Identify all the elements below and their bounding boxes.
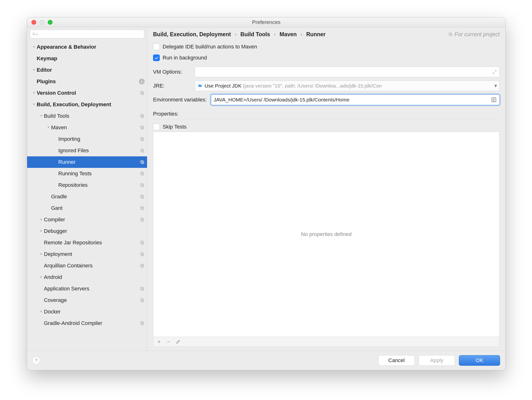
tree-item-android[interactable]: Android	[27, 272, 147, 283]
run-background-checkbox[interactable]	[153, 54, 160, 61]
jre-dropdown[interactable]: Use Project JDK (java version "15", path…	[195, 81, 500, 91]
svg-rect-37	[449, 33, 451, 35]
svg-rect-5	[140, 114, 143, 117]
ok-button[interactable]: OK	[459, 355, 500, 366]
svg-rect-14	[141, 173, 144, 175]
chevron-right-icon[interactable]	[32, 45, 37, 49]
delegate-checkbox[interactable]	[153, 43, 160, 50]
tree-item-remote-jar-repositories[interactable]: Remote Jar Repositories	[27, 237, 147, 248]
tree-item-running-tests[interactable]: Running Tests	[27, 168, 147, 179]
chevron-right-icon[interactable]	[39, 229, 44, 233]
help-button[interactable]: ?	[32, 357, 40, 364]
chevron-right-icon[interactable]	[32, 68, 37, 72]
chevron-down-icon[interactable]	[32, 103, 37, 107]
crumb-1[interactable]: Build, Execution, Deployment	[153, 31, 231, 38]
chevron-down-icon[interactable]	[39, 114, 44, 118]
window-title: Preferences	[27, 19, 505, 25]
svg-rect-13	[140, 160, 143, 163]
tree-item-docker[interactable]: Docker	[27, 306, 147, 317]
chevron-right-icon[interactable]	[39, 310, 44, 314]
env-variables-input[interactable]: JAVA_HOME=/Users/ /Downloads/jdk-15.jdk/…	[211, 95, 500, 105]
tree-item-label: Debugger	[44, 228, 145, 234]
skip-tests-checkbox[interactable]	[153, 123, 160, 130]
project-scope-icon	[140, 217, 145, 222]
svg-rect-2	[141, 92, 144, 95]
skip-tests-label: Skip Tests	[163, 124, 187, 130]
dialog-footer: ? Cancel Apply OK	[27, 351, 505, 370]
svg-rect-21	[140, 206, 143, 209]
project-scope-icon	[140, 252, 145, 257]
tree-item-label: Keymap	[37, 55, 145, 62]
properties-toolbar	[153, 337, 499, 347]
tree-item-label: Coverage	[44, 297, 138, 303]
tree-item-debugger[interactable]: Debugger	[27, 225, 147, 237]
run-background-checkbox-row[interactable]: Run in background	[153, 52, 500, 63]
tree-item-keymap[interactable]: Keymap	[27, 53, 147, 64]
project-scope-icon	[140, 148, 145, 153]
edit-icon[interactable]	[176, 339, 181, 344]
tree-item-arquillian-containers[interactable]: Arquillian Containers	[27, 260, 147, 272]
project-scope-indicator: For current project	[448, 31, 500, 38]
tree-item-appearance-behavior[interactable]: Appearance & Behavior	[27, 41, 147, 53]
add-icon[interactable]	[157, 339, 161, 344]
svg-rect-25	[140, 241, 143, 243]
search-input[interactable]: ▾	[30, 30, 144, 38]
properties-empty-label: No properties defined	[153, 132, 499, 337]
tree-item-application-servers[interactable]: Application Servers	[27, 283, 147, 294]
svg-rect-30	[141, 288, 144, 290]
tree-item-repositories[interactable]: Repositories	[27, 179, 147, 191]
tree-item-label: Importing	[58, 136, 138, 142]
tree-item-editor[interactable]: Editor	[27, 64, 147, 76]
delegate-checkbox-row[interactable]: Delegate IDE build/run actions to Maven	[153, 41, 500, 52]
tree-item-build-execution-deployment[interactable]: Build, Execution, Deployment	[27, 99, 147, 110]
window-minimize-button[interactable]	[40, 20, 44, 25]
chevron-right-icon[interactable]	[32, 91, 37, 95]
project-scope-icon	[140, 160, 145, 165]
crumb-2[interactable]: Build Tools	[240, 31, 270, 38]
svg-rect-34	[141, 323, 144, 325]
preferences-tree: Appearance & BehaviorKeymapEditorPlugins…	[27, 41, 147, 351]
tree-item-label: Application Servers	[44, 286, 138, 292]
tree-item-gant[interactable]: Gant	[27, 202, 147, 214]
chevron-right-icon[interactable]	[39, 275, 44, 279]
skip-tests-checkbox-row[interactable]: Skip Tests	[153, 122, 500, 132]
properties-label: Properties:	[153, 111, 500, 117]
tree-item-compiler[interactable]: Compiler	[27, 214, 147, 225]
tree-item-importing[interactable]: Importing	[27, 133, 147, 145]
expand-icon[interactable]	[492, 70, 497, 74]
tree-item-label: Deployment	[44, 251, 138, 257]
edit-list-icon[interactable]	[491, 97, 497, 103]
window-close-button[interactable]	[32, 20, 36, 25]
tree-item-version-control[interactable]: Version Control	[27, 87, 147, 99]
cancel-button[interactable]: Cancel	[378, 355, 415, 366]
tree-item-maven[interactable]: Maven	[27, 122, 147, 133]
vm-options-input[interactable]	[195, 67, 500, 77]
svg-rect-33	[140, 298, 143, 301]
svg-rect-18	[141, 196, 144, 198]
window-zoom-button[interactable]	[48, 20, 52, 25]
svg-rect-6	[141, 127, 144, 129]
svg-rect-20	[141, 207, 144, 210]
chevron-right-icon[interactable]	[39, 218, 44, 222]
tree-item-deployment[interactable]: Deployment	[27, 248, 147, 260]
chevron-right-icon[interactable]	[39, 252, 44, 256]
crumb-3[interactable]: Maven	[279, 31, 297, 38]
project-scope-icon	[140, 263, 145, 268]
project-scope-icon	[140, 125, 145, 130]
project-scope-icon	[140, 206, 145, 210]
chevron-down-icon[interactable]	[46, 126, 51, 130]
tree-item-gradle-android-compiler[interactable]: Gradle-Android Compiler	[27, 317, 147, 329]
tree-item-coverage[interactable]: Coverage	[27, 294, 147, 306]
tree-item-plugins[interactable]: Plugins1	[27, 76, 147, 87]
svg-rect-32	[141, 299, 144, 302]
breadcrumb: Build, Execution, Deployment › Build Too…	[147, 27, 505, 41]
svg-rect-26	[141, 254, 144, 256]
tree-item-build-tools[interactable]: Build Tools	[27, 110, 147, 122]
remove-icon[interactable]	[166, 339, 171, 344]
tree-item-runner[interactable]: Runner	[27, 156, 147, 168]
tree-item-label: Repositories	[58, 182, 138, 188]
tree-item-ignored-files[interactable]: Ignored Files	[27, 145, 147, 156]
svg-rect-10	[141, 150, 144, 152]
tree-item-gradle[interactable]: Gradle	[27, 191, 147, 202]
apply-button[interactable]: Apply	[418, 355, 455, 366]
